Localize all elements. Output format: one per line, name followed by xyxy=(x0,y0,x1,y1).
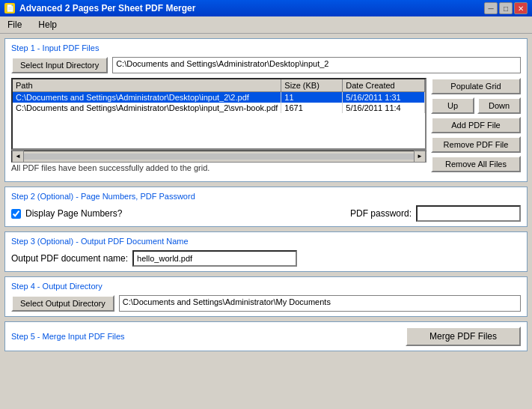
app-icon: 📄 xyxy=(4,3,15,13)
pdf-password-row: PDF password: xyxy=(350,205,521,222)
title-controls: ─ □ ✕ xyxy=(484,2,528,14)
display-page-numbers-label: Display Page Numbers? xyxy=(25,208,122,219)
maximize-button[interactable]: □ xyxy=(499,2,513,14)
scroll-left-arrow[interactable]: ◄ xyxy=(12,151,24,163)
step4-section: Step 4 - Output Directory Select Output … xyxy=(4,276,528,317)
col-size: Size (KB) xyxy=(281,79,343,92)
menu-bar: File Help xyxy=(0,16,532,34)
window-title: Advanced 2 Pages Per Sheet PDF Merger xyxy=(19,3,195,13)
input-path-display: C:\Documents and Settings\Administrator\… xyxy=(112,57,521,73)
title-bar: 📄 Advanced 2 Pages Per Sheet PDF Merger … xyxy=(0,0,532,16)
cell-date: 5/16/2011 11:4 xyxy=(343,103,425,113)
remove-pdf-button[interactable]: Remove PDF File xyxy=(431,136,521,153)
grid-buttons: Populate Grid Up Down Add PDF File Remov… xyxy=(431,78,521,172)
menu-help[interactable]: Help xyxy=(34,18,61,31)
file-table: Path Size (KB) Date Created C:\Documents… xyxy=(13,79,425,113)
remove-all-button[interactable]: Remove All Files xyxy=(431,156,521,172)
output-name-input[interactable] xyxy=(132,250,297,267)
step5-section: Step 5 - Merge Input PDF Files Merge PDF… xyxy=(4,321,528,351)
populate-grid-button[interactable]: Populate Grid xyxy=(431,78,521,94)
pdf-password-input[interactable] xyxy=(416,205,521,222)
select-input-directory-button[interactable]: Select Input Directory xyxy=(11,57,108,73)
add-pdf-button[interactable]: Add PDF File xyxy=(431,117,521,133)
file-table-container: Path Size (KB) Date Created C:\Documents… xyxy=(11,78,426,150)
table-row[interactable]: C:\Documents and Settings\Administrator\… xyxy=(13,92,425,103)
menu-file[interactable]: File xyxy=(3,18,26,31)
scroll-right-arrow[interactable]: ► xyxy=(414,151,426,163)
step3-section: Step 3 (Optional) - Output PDF Document … xyxy=(4,231,528,272)
page-numbers-row: Display Page Numbers? xyxy=(11,208,122,219)
select-output-directory-button[interactable]: Select Output Directory xyxy=(11,295,114,312)
table-row[interactable]: C:\Documents and Settings\Administrator\… xyxy=(13,103,425,113)
main-content: Step 1 - Input PDF Files Select Input Di… xyxy=(0,34,532,408)
status-text: All PDF files have been successfully add… xyxy=(11,163,426,172)
close-button[interactable]: ✕ xyxy=(514,2,528,14)
cell-path: C:\Documents and Settings\Administrator\… xyxy=(13,103,281,113)
step1-title: Step 1 - Input PDF Files xyxy=(11,43,521,52)
scroll-track[interactable] xyxy=(24,154,414,160)
pdf-password-label: PDF password: xyxy=(350,208,412,219)
col-date: Date Created xyxy=(343,79,425,92)
col-path: Path xyxy=(13,79,281,92)
down-button[interactable]: Down xyxy=(477,97,521,114)
cell-date: 5/16/2011 1:31 xyxy=(343,92,425,103)
step2-title: Step 2 (Optional) - Page Numbers, PDF Pa… xyxy=(11,192,521,201)
merge-pdf-button[interactable]: Merge PDF Files xyxy=(406,327,521,346)
step4-title: Step 4 - Output Directory xyxy=(11,282,521,291)
display-page-numbers-checkbox[interactable] xyxy=(11,209,21,219)
cell-size: 1671 xyxy=(281,103,343,113)
output-path-display: C:\Documents and Settings\Administrator\… xyxy=(119,295,521,312)
step3-title: Step 3 (Optional) - Output PDF Document … xyxy=(11,237,521,246)
horizontal-scrollbar[interactable]: ◄ ► xyxy=(11,150,426,162)
cell-path: C:\Documents and Settings\Administrator\… xyxy=(13,92,281,103)
up-button[interactable]: Up xyxy=(431,97,474,114)
cell-size: 11 xyxy=(281,92,343,103)
step2-section: Step 2 (Optional) - Page Numbers, PDF Pa… xyxy=(4,187,528,227)
step5-title: Step 5 - Merge Input PDF Files xyxy=(11,332,125,341)
output-name-label: Output PDF document name: xyxy=(11,253,128,264)
minimize-button[interactable]: ─ xyxy=(484,2,498,14)
step1-section: Step 1 - Input PDF Files Select Input Di… xyxy=(4,38,528,182)
